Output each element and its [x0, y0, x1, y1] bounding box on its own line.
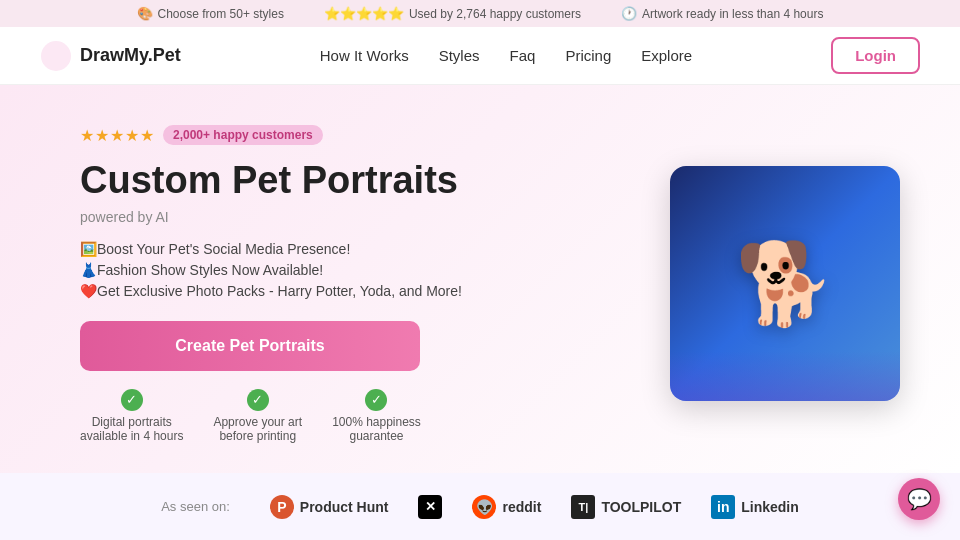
palette-icon: 🎨: [137, 6, 153, 21]
check-icon-1: ✓: [121, 389, 143, 411]
brand-linkedin: in Linkedin: [711, 495, 799, 519]
nav-links: How It Works Styles Faq Pricing Explore: [320, 47, 692, 65]
nav-item-styles[interactable]: Styles: [439, 47, 480, 65]
brand-x: ✕: [418, 495, 442, 519]
check-label-2: Approve your artbefore printing: [213, 415, 302, 443]
hero-section: ★★★★★ 2,000+ happy customers Custom Pet …: [0, 85, 960, 473]
nav-item-pricing[interactable]: Pricing: [565, 47, 611, 65]
customer-badge: 2,000+ happy customers: [163, 125, 323, 145]
logo[interactable]: 🐾 DrawMy.Pet: [40, 40, 181, 72]
banner-text-styles: Choose from 50+ styles: [158, 7, 284, 21]
linkedin-icon: in: [711, 495, 735, 519]
login-button[interactable]: Login: [831, 37, 920, 74]
linkedin-label: Linkedin: [741, 499, 799, 515]
banner-item-customers: ⭐⭐⭐⭐⭐ Used by 2,764 happy customers: [324, 6, 581, 21]
banner-item-styles: 🎨 Choose from 50+ styles: [137, 6, 284, 21]
reddit-icon: 👽: [472, 495, 496, 519]
stars-badge: ★★★★★ 2,000+ happy customers: [80, 125, 462, 145]
nav-item-faq[interactable]: Faq: [510, 47, 536, 65]
nav-item-explore[interactable]: Explore: [641, 47, 692, 65]
feature-3: ❤️Get Exclusive Photo Packs - Harry Pott…: [80, 283, 462, 299]
hero-image: 🐕: [670, 166, 900, 401]
nav-link-how-it-works[interactable]: How It Works: [320, 47, 409, 64]
x-icon: ✕: [418, 495, 442, 519]
cta-button[interactable]: Create Pet Portraits: [80, 321, 420, 371]
stars: ★★★★★: [80, 126, 155, 145]
hero-subtitle: powered by AI: [80, 209, 462, 225]
clock-icon: 🕐: [621, 6, 637, 21]
check-icon-2: ✓: [247, 389, 269, 411]
hero-checks: ✓ Digital portraitsavailable in 4 hours …: [80, 389, 462, 443]
toolpilot-icon: T|: [571, 495, 595, 519]
feature-1: 🖼️Boost Your Pet's Social Media Presence…: [80, 241, 462, 257]
hero-pet-image: 🐕: [735, 237, 835, 331]
feature-2: 👗Fashion Show Styles Now Available!: [80, 262, 462, 278]
product-hunt-icon: P: [270, 495, 294, 519]
banner-text-customers: Used by 2,764 happy customers: [409, 7, 581, 21]
nav-link-styles[interactable]: Styles: [439, 47, 480, 64]
check-portraits: ✓ Digital portraitsavailable in 4 hours: [80, 389, 183, 443]
check-happiness: ✓ 100% happinessguarantee: [332, 389, 421, 443]
brand-reddit: 👽 reddit: [472, 495, 541, 519]
check-approve: ✓ Approve your artbefore printing: [213, 389, 302, 443]
nav-item-how-it-works[interactable]: How It Works: [320, 47, 409, 65]
hero-features: 🖼️Boost Your Pet's Social Media Presence…: [80, 241, 462, 299]
star-icon: ⭐⭐⭐⭐⭐: [324, 6, 404, 21]
top-banner: 🎨 Choose from 50+ styles ⭐⭐⭐⭐⭐ Used by 2…: [0, 0, 960, 27]
reddit-label: reddit: [502, 499, 541, 515]
nav-link-faq[interactable]: Faq: [510, 47, 536, 64]
logo-text: DrawMy.Pet: [80, 45, 181, 66]
check-label-3: 100% happinessguarantee: [332, 415, 421, 443]
check-label-1: Digital portraitsavailable in 4 hours: [80, 415, 183, 443]
banner-item-ready: 🕐 Artwork ready in less than 4 hours: [621, 6, 823, 21]
hero-content: ★★★★★ 2,000+ happy customers Custom Pet …: [80, 125, 462, 443]
brand-toolpilot: T| TOOLPILOT: [571, 495, 681, 519]
navigation: 🐾 DrawMy.Pet How It Works Styles Faq Pri…: [0, 27, 960, 85]
product-hunt-label: Product Hunt: [300, 499, 389, 515]
as-seen-label: As seen on:: [161, 499, 230, 514]
brand-product-hunt: P Product Hunt: [270, 495, 389, 519]
toolpilot-label: TOOLPILOT: [601, 499, 681, 515]
nav-link-pricing[interactable]: Pricing: [565, 47, 611, 64]
check-icon-3: ✓: [365, 389, 387, 411]
nav-link-explore[interactable]: Explore: [641, 47, 692, 64]
chat-icon: 💬: [907, 487, 932, 511]
hero-title: Custom Pet Portraits: [80, 159, 462, 203]
chat-bubble[interactable]: 💬: [898, 478, 940, 520]
svg-point-0: [41, 41, 71, 71]
banner-text-ready: Artwork ready in less than 4 hours: [642, 7, 823, 21]
as-seen-section: As seen on: P Product Hunt ✕ 👽 reddit T|…: [0, 473, 960, 540]
